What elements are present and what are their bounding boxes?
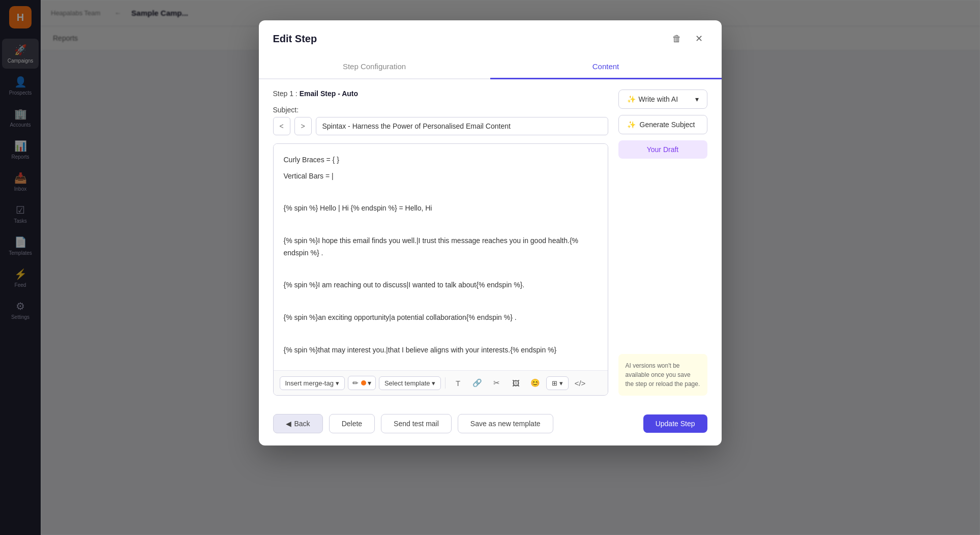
image-icon: 🖼 — [512, 379, 520, 388]
color-indicator — [361, 380, 366, 385]
editor-line-4: {% spin %} Hello | Hi {% endspin %} = He… — [284, 202, 598, 215]
tab-step-configuration[interactable]: Step Configuration — [259, 55, 490, 79]
close-button[interactable]: ✕ — [691, 31, 707, 47]
table-button[interactable]: ⊞ ▾ — [546, 376, 569, 390]
pen-icon: ✏ — [352, 379, 359, 387]
scissors-icon: ✂ — [493, 378, 500, 388]
generate-subject-button[interactable]: ✨ Generate Subject — [618, 115, 707, 134]
delete-button[interactable]: Delete — [329, 414, 375, 433]
select-template-button[interactable]: Select template ▾ — [379, 376, 441, 390]
code-button[interactable]: </> — [572, 375, 588, 391]
editor-line-7 — [284, 263, 598, 276]
text-format-button[interactable]: T — [450, 375, 466, 391]
modal-header-actions: 🗑 ✕ — [669, 31, 707, 47]
toolbar-separator-1 — [445, 377, 446, 389]
text-icon: T — [456, 379, 460, 388]
tab-content[interactable]: Content — [490, 55, 722, 79]
modal-body: Step 1 : Email Step - Auto Subject: < > … — [259, 79, 722, 406]
chevron-down-icon-pen: ▾ — [368, 379, 371, 387]
save-template-button[interactable]: Save as new template — [458, 414, 553, 433]
table-icon: ⊞ — [552, 379, 557, 387]
chevron-down-icon: ▾ — [336, 379, 339, 387]
code-icon: </> — [575, 379, 586, 388]
back-button[interactable]: ◀ Back — [273, 414, 323, 433]
image-button[interactable]: 🖼 — [508, 375, 524, 391]
modal-footer: ◀ Back Delete Send test mail Save as new… — [259, 406, 722, 445]
editor-line-2: Vertical Bars = | — [284, 170, 598, 183]
editor-line-9 — [284, 295, 598, 308]
insert-merge-tag-button[interactable]: Insert merge-tag ▾ — [280, 376, 345, 390]
modal-header: Edit Step 🗑 ✕ — [259, 20, 722, 47]
modal-right-panel: ✨ Write with AI ▾ ✨ Generate Subject You… — [618, 90, 707, 396]
step-name-row: Step 1 : Email Step - Auto — [273, 90, 608, 98]
modal-left-panel: Step 1 : Email Step - Auto Subject: < > … — [273, 90, 608, 396]
subject-input[interactable] — [316, 117, 608, 135]
subject-next-button[interactable]: > — [294, 117, 312, 135]
emoji-icon: 😊 — [530, 378, 540, 388]
chevron-down-icon-ai: ▾ — [695, 95, 699, 103]
emoji-button[interactable]: 😊 — [527, 375, 543, 391]
editor-line-11 — [284, 328, 598, 340]
delete-icon-button[interactable]: 🗑 — [669, 31, 685, 47]
pen-color-button[interactable]: ✏ ▾ — [348, 376, 376, 390]
subject-label: Subject: — [273, 106, 608, 114]
link-button[interactable]: 🔗 — [469, 375, 485, 391]
send-test-button[interactable]: Send test mail — [381, 414, 452, 433]
subject-prev-button[interactable]: < — [273, 117, 290, 135]
editor-container: Curly Braces = { } Vertical Bars = | {% … — [273, 143, 608, 396]
generate-icon: ✨ — [627, 121, 636, 129]
write-with-ai-button[interactable]: ✨ Write with AI ▾ — [618, 90, 707, 109]
editor-content[interactable]: Curly Braces = { } Vertical Bars = | {% … — [274, 144, 608, 370]
your-draft-button[interactable]: Your Draft — [618, 140, 707, 159]
back-arrow-icon: ◀ — [286, 420, 291, 428]
edit-step-modal: Edit Step 🗑 ✕ Step Configuration Content… — [259, 20, 722, 445]
chevron-down-icon-table: ▾ — [559, 379, 563, 387]
ai-icon: ✨ — [627, 95, 636, 103]
editor-line-5 — [284, 219, 598, 231]
editor-line-1: Curly Braces = { } — [284, 154, 598, 166]
subject-row: < > — [273, 117, 608, 135]
subject-section: Subject: < > — [273, 106, 608, 135]
ai-note: AI versions won't be available once you … — [618, 354, 707, 396]
update-step-button[interactable]: Update Step — [643, 414, 707, 433]
editor-line-8: {% spin %}I am reaching out to discuss|I… — [284, 279, 598, 291]
scissors-button[interactable]: ✂ — [488, 375, 504, 391]
link-icon: 🔗 — [472, 378, 482, 388]
editor-line-6: {% spin %}I hope this email finds you we… — [284, 235, 598, 259]
modal-tabs: Step Configuration Content — [259, 55, 722, 79]
editor-line-3 — [284, 187, 598, 199]
step-label: Step 1 : Email Step - Auto — [273, 90, 359, 98]
editor-line-10: {% spin %}an exciting opportunity|a pote… — [284, 312, 598, 324]
editor-toolbar: Insert merge-tag ▾ ✏ ▾ Select template ▾ — [274, 370, 608, 395]
modal-title: Edit Step — [273, 33, 317, 45]
editor-line-12: {% spin %}that may interest you.|that I … — [284, 344, 598, 356]
chevron-down-icon-template: ▾ — [432, 379, 435, 387]
